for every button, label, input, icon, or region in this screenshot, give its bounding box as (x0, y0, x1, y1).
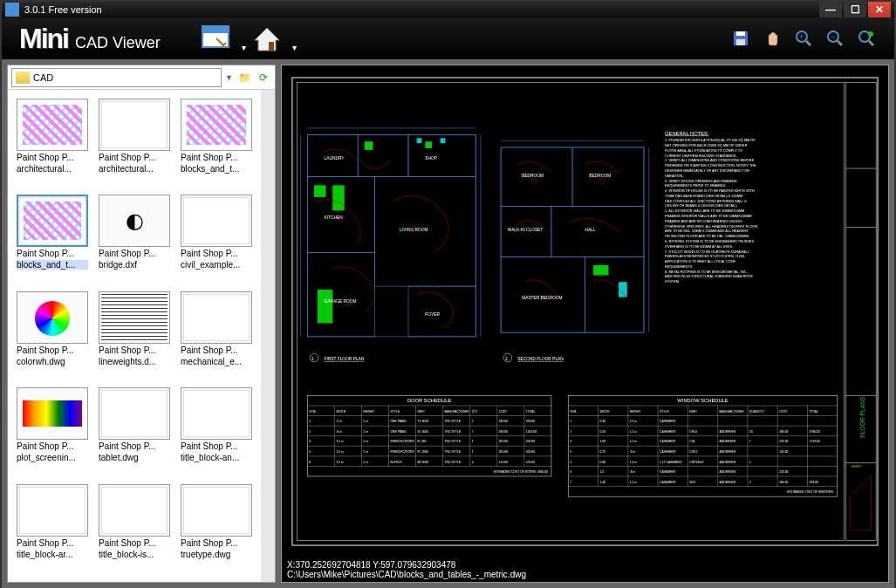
svg-text:4. INTERIOR OF HOUSE IS TO BE : 4. INTERIOR OF HOUSE IS TO BE PAINTED WH… (665, 189, 755, 193)
svg-text:+: + (799, 32, 804, 41)
svg-text:ANDERSEN: ANDERSEN (720, 450, 736, 454)
svg-text:LAUNDRY: LAUNDRY (325, 156, 345, 161)
svg-text:7: 7 (570, 481, 571, 484)
svg-text:378.00: 378.00 (526, 420, 535, 423)
pan-button[interactable] (762, 28, 783, 49)
svg-text:4: 4 (570, 450, 571, 454)
svg-text:6: 6 (570, 470, 571, 474)
svg-text:TOTAL: TOTAL (809, 410, 818, 414)
maximize-button[interactable]: ☐ (844, 2, 866, 17)
svg-text:1323.00: 1323.00 (526, 430, 537, 434)
svg-text:1: 1 (472, 440, 474, 443)
coords-readout: X:370.252692704818 Y:597.079632903478 (287, 560, 883, 570)
open-file-button[interactable] (195, 17, 237, 59)
svg-text:STYLE: STYLE (390, 410, 400, 414)
thumbnail-item[interactable]: Paint Shop P...mechanical_e... (177, 290, 256, 382)
svg-text:3: 3 (309, 440, 311, 443)
zoom-out-button[interactable]: − (824, 28, 845, 49)
thumb-type-label: Paint Shop P... (99, 345, 170, 355)
svg-text:20: 20 (749, 430, 753, 434)
thumb-filename-label: architectural... (99, 164, 170, 174)
svg-text:ONE PANEL: ONE PANEL (390, 430, 407, 434)
thumbnail-item[interactable]: Paint Shop P...plot_screenin... (13, 386, 92, 478)
svg-rect-36 (425, 141, 432, 148)
thumbnail-item[interactable]: Paint Shop P...title_block-ar... (13, 482, 92, 575)
svg-text:7: 7 (749, 440, 751, 443)
svg-line-10 (838, 41, 842, 45)
svg-text:C34: C34 (689, 440, 694, 443)
svg-text:ANDERSEN: ANDERSEN (720, 440, 736, 443)
thumbnail-item[interactable]: ◐Paint Shop P...bridge.dxf (95, 193, 174, 285)
app-window: 3.0.1 Free version — ☐ ✕ Mini CAD Viewer… (0, 0, 896, 588)
app-logo: Mini CAD Viewer (19, 23, 161, 55)
svg-text:WIDTH: WIDTH (599, 410, 610, 414)
content-area: CAD ▼ 📁 ⟳ Paint Shop P...architectural..… (2, 59, 894, 588)
svg-text:CH14: CH14 (689, 430, 697, 434)
svg-text:189.00: 189.00 (499, 430, 508, 434)
minimize-button[interactable]: — (819, 2, 842, 17)
svg-text:8. METAL ROOFING IS TO BE MOEL: 8. METAL ROOFING IS TO BE MOELMO/METAL, … (665, 270, 747, 274)
thumb-type-label: Paint Shop P... (99, 249, 170, 258)
svg-text:SYM.: SYM. (570, 410, 577, 414)
svg-text:CASEMENT: CASEMENT (660, 430, 676, 434)
svg-text:0.50: 0.50 (599, 430, 605, 434)
svg-text:SYSTEM.: SYSTEM. (665, 280, 680, 284)
svg-text:2: 2 (309, 430, 311, 434)
home-button[interactable] (246, 17, 288, 59)
save-button[interactable] (730, 28, 751, 49)
svg-text:CASEMENT: CASEMENT (660, 450, 676, 454)
svg-text:2: 2 (472, 420, 474, 423)
svg-text:2 m: 2 m (363, 440, 368, 443)
svg-text:ONE PANEL: ONE PANEL (390, 420, 407, 423)
thumbnail-item[interactable]: Paint Shop P...blocks_and_t... (177, 97, 256, 189)
svg-rect-17 (845, 83, 876, 541)
thumbnail-item[interactable]: Paint Shop P...title_block-an... (177, 386, 256, 478)
thumbnail-item[interactable]: Paint Shop P...truetype.dwg (177, 482, 256, 575)
thumb-filename-label: blocks_and_t... (17, 260, 88, 270)
drawing-canvas[interactable]: FLOOR PLANS SHEET (282, 65, 888, 557)
thumbnail-item[interactable]: Paint Shop P...civil_example... (177, 193, 256, 285)
zoom-in-button[interactable]: + (793, 28, 814, 49)
thumbnail-item[interactable]: Paint Shop P...lineweights.d... (95, 290, 174, 382)
svg-text:FL 301: FL 301 (418, 440, 427, 443)
svg-text:TRU STYLE: TRU STYLE (445, 450, 462, 454)
close-button[interactable]: ✕ (868, 2, 891, 17)
svg-text:SHOP: SHOP (425, 156, 437, 161)
svg-text:329.00: 329.00 (499, 450, 508, 454)
thumb-type-label: Paint Shop P... (181, 345, 252, 355)
thumbnail-item[interactable]: Paint Shop P...colorwh.dwg (13, 290, 92, 382)
zoom-extents-button[interactable] (856, 28, 877, 49)
thumbnail-item[interactable]: Paint Shop P...architectural... (13, 97, 92, 189)
refresh-button[interactable]: ⟳ (256, 70, 271, 85)
svg-text:1743.00: 1743.00 (809, 440, 819, 443)
thumbnail-item[interactable]: Paint Shop P...tablet.dwg (95, 386, 174, 478)
thumb-filename-label: colorwh.dwg (17, 357, 88, 366)
svg-text:5. ALL EXTERIOR WALL ARE TO BE: 5. ALL EXTERIOR WALL ARE TO BE 50MMX150M… (665, 209, 744, 213)
thumb-type-label: Paint Shop P... (99, 538, 170, 548)
svg-text:TS 3010: TS 3010 (418, 420, 429, 423)
svg-text:1.4 m: 1.4 m (630, 461, 638, 464)
svg-text:19 1040: 19 1040 (418, 430, 428, 434)
svg-text:−: − (831, 32, 835, 41)
thumb-filename-label: title_block-is... (99, 550, 170, 559)
dropdown-arrow-icon[interactable]: ▼ (225, 73, 233, 82)
svg-text:.8 m: .8 m (336, 430, 342, 434)
svg-line-13 (869, 41, 873, 45)
svg-text:SECOND FLOOR PLAN: SECOND FLOOR PLAN (517, 357, 564, 361)
svg-point-14 (868, 31, 873, 37)
thumbnail-item[interactable]: Paint Shop P...blocks_and_t... (13, 193, 92, 285)
folder-path-input[interactable]: CAD (11, 68, 222, 87)
svg-text:HEIGHT: HEIGHT (630, 410, 641, 414)
svg-text:ESTIMATED COST OF DOORS: 2835.: ESTIMATED COST OF DOORS: 2835.00 (494, 470, 548, 474)
svg-text:GARAGE ROOM: GARAGE ROOM (325, 299, 357, 304)
svg-text:1: 1 (311, 357, 314, 361)
svg-text:2. VERIFY ALL DIMENSIONS AND C: 2. VERIFY ALL DIMENSIONS AND CONDITIONS … (665, 159, 755, 162)
svg-text:1.2 m: 1.2 m (630, 420, 638, 423)
scrollbar[interactable] (261, 90, 275, 582)
thumbnail-item[interactable]: Paint Shop P...architectural... (95, 97, 174, 189)
svg-text:4: 4 (309, 450, 311, 454)
thumbnail-item[interactable]: Paint Shop P...title_block-is... (95, 482, 174, 575)
svg-text:119.00: 119.00 (499, 461, 508, 464)
svg-text:0.30: 0.30 (599, 461, 605, 464)
up-folder-button[interactable]: 📁 (236, 70, 252, 85)
